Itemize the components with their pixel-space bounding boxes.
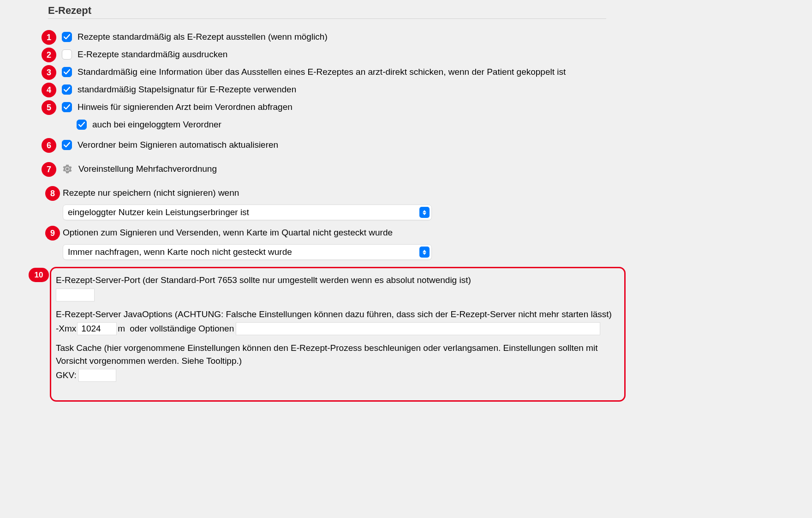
section-divider xyxy=(48,18,606,19)
server-port-input[interactable] xyxy=(56,289,95,301)
checkbox-stapelsignatur[interactable] xyxy=(62,84,72,95)
item-9-label: Optionen zum Signieren und Versenden, we… xyxy=(63,227,393,238)
row-8-select: eingeloggter Nutzer kein Leistungserbrin… xyxy=(63,205,803,220)
java-options-label: E-Rezept-Server JavaOptions (ACHTUNG: Fa… xyxy=(56,308,620,321)
select-speichern-regel[interactable]: eingeloggter Nutzer kein Leistungserbrin… xyxy=(63,205,432,220)
row-9: 9 Optionen zum Signieren und Versenden, … xyxy=(45,227,803,241)
checkbox-default-erezept[interactable] xyxy=(62,32,72,42)
checkbox-label-3: Standardmäßig eine Information über das … xyxy=(78,66,566,77)
row-1: 1 Rezepte standardmäßig als E-Rezept aus… xyxy=(42,31,803,46)
annotation-badge-5: 5 xyxy=(42,100,56,115)
annotation-badge-8: 8 xyxy=(45,186,60,201)
checkbox-verordner-auto-aktualisieren[interactable] xyxy=(62,140,72,150)
annotation-badge-4: 4 xyxy=(42,83,56,97)
item-7-label: Voreinstellung Mehrfachverordnung xyxy=(78,163,217,174)
checkbox-label-1: Rezepte standardmäßig als E-Rezept ausst… xyxy=(78,31,328,42)
task-cache-label: Task Cache (hier vorgenommene Einstellun… xyxy=(56,342,620,367)
item-8-label: Rezepte nur speichern (nicht signieren) … xyxy=(63,187,239,198)
gear-icon[interactable] xyxy=(62,163,73,175)
annotation-badge-3: 3 xyxy=(42,65,56,80)
annotation-badge-2: 2 xyxy=(42,48,56,62)
xmx-prefix: -Xmx xyxy=(56,322,76,335)
server-port-label: E-Rezept-Server-Port (der Standard-Port … xyxy=(56,274,620,287)
select-stepper-icon xyxy=(419,247,430,258)
checkbox-label-2: E-Rezepte standardmäßig ausdrucken xyxy=(78,48,227,60)
row-4: 4 standardmäßig Stapelsignatur für E-Rez… xyxy=(42,84,803,98)
row-6: 6 Verordner beim Signieren automatisch a… xyxy=(42,139,803,154)
row-5: 5 Hinweis für signierenden Arzt beim Ver… xyxy=(42,101,803,116)
java-options-input[interactable] xyxy=(236,322,600,335)
checkbox-arzt-direkt[interactable] xyxy=(62,67,72,77)
xmx-input[interactable] xyxy=(77,322,117,335)
select-signieren-value: Immer nachfragen, wenn Karte noch nicht … xyxy=(68,247,292,257)
select-signieren-versenden[interactable]: Immer nachfragen, wenn Karte noch nicht … xyxy=(63,244,432,260)
row-2: 2 E-Rezepte standardmäßig ausdrucken xyxy=(42,48,803,63)
checkbox-default-print[interactable] xyxy=(62,49,72,60)
checkbox-label-5a: auch bei eingeloggtem Verordner xyxy=(92,119,221,130)
gkv-input[interactable] xyxy=(78,369,116,382)
checkbox-auch-eingeloggt-verordner[interactable] xyxy=(77,120,87,130)
annotation-badge-10: 10 xyxy=(29,268,49,282)
server-settings-box: E-Rezept-Server-Port (der Standard-Port … xyxy=(50,267,626,402)
annotation-badge-6: 6 xyxy=(42,138,56,153)
gkv-label: GKV: xyxy=(56,369,77,382)
select-speichern-value: eingeloggter Nutzer kein Leistungserbrin… xyxy=(68,207,249,217)
xmx-or-label: oder vollständige Optionen xyxy=(130,322,234,335)
checkbox-hinweis-arzt[interactable] xyxy=(62,102,72,112)
select-stepper-icon xyxy=(419,207,430,218)
checkbox-label-4: standardmäßig Stapelsignatur für E-Rezep… xyxy=(78,84,296,95)
row-7: 7 Voreinstellung Mehrfachverordnung xyxy=(42,163,803,178)
row-5a: auch bei eingeloggtem Verordner xyxy=(77,119,803,130)
row-9-select: Immer nachfragen, wenn Karte noch nicht … xyxy=(63,244,803,260)
checkbox-label-6: Verordner beim Signieren automatisch akt… xyxy=(78,139,278,150)
xmx-suffix-m: m xyxy=(118,322,125,335)
checkbox-label-5: Hinweis für signierenden Arzt beim Veror… xyxy=(78,101,293,112)
row-8: 8 Rezepte nur speichern (nicht signieren… xyxy=(45,187,803,202)
annotation-badge-9: 9 xyxy=(45,226,60,241)
annotation-badge-7: 7 xyxy=(42,162,56,177)
row-3: 3 Standardmäßig eine Information über da… xyxy=(42,66,803,81)
section-title: E-Rezept xyxy=(48,5,803,17)
annotation-badge-1: 1 xyxy=(42,30,56,45)
